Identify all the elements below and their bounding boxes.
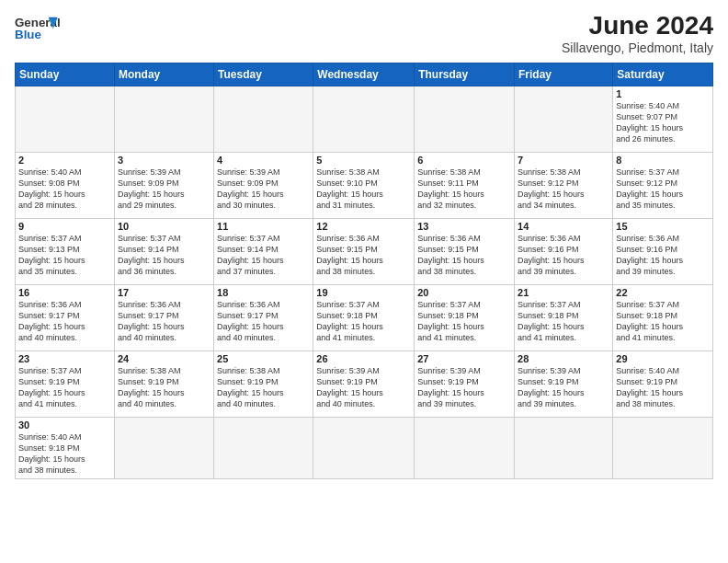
- calendar-cell: 29Sunrise: 5:40 AM Sunset: 9:19 PM Dayli…: [613, 351, 713, 418]
- calendar-cell: [313, 418, 415, 479]
- day-number: 7: [518, 155, 609, 166]
- day-number: 12: [316, 221, 411, 232]
- day-info: Sunrise: 5:38 AM Sunset: 9:10 PM Dayligh…: [316, 167, 411, 212]
- day-number: 30: [18, 419, 111, 431]
- location-subtitle: Sillavengo, Piedmont, Italy: [562, 40, 713, 55]
- weekday-header-saturday: Saturday: [613, 63, 713, 86]
- calendar-cell: [16, 86, 115, 153]
- day-info: Sunrise: 5:38 AM Sunset: 9:12 PM Dayligh…: [518, 167, 609, 212]
- calendar-cell: 22Sunrise: 5:37 AM Sunset: 9:18 PM Dayli…: [613, 285, 713, 351]
- calendar-cell: 16Sunrise: 5:36 AM Sunset: 9:17 PM Dayli…: [16, 285, 115, 351]
- day-number: 8: [616, 155, 710, 166]
- calendar-cell: 17Sunrise: 5:36 AM Sunset: 9:17 PM Dayli…: [114, 285, 213, 351]
- calendar-cell: 11Sunrise: 5:37 AM Sunset: 9:14 PM Dayli…: [214, 219, 313, 285]
- day-info: Sunrise: 5:39 AM Sunset: 9:09 PM Dayligh…: [217, 167, 310, 212]
- week-row-4: 16Sunrise: 5:36 AM Sunset: 9:17 PM Dayli…: [16, 285, 713, 351]
- day-info: Sunrise: 5:36 AM Sunset: 9:17 PM Dayligh…: [18, 299, 111, 344]
- calendar-cell: 5Sunrise: 5:38 AM Sunset: 9:10 PM Daylig…: [313, 153, 415, 219]
- logo-icon: General Blue: [15, 11, 61, 48]
- day-number: 23: [18, 353, 111, 364]
- calendar-cell: 12Sunrise: 5:36 AM Sunset: 9:15 PM Dayli…: [313, 219, 415, 285]
- day-info: Sunrise: 5:37 AM Sunset: 9:18 PM Dayligh…: [417, 299, 511, 344]
- day-info: Sunrise: 5:37 AM Sunset: 9:18 PM Dayligh…: [616, 299, 710, 344]
- calendar-page: General Blue June 2024 Sillavengo, Piedm…: [0, 0, 728, 487]
- day-number: 20: [417, 287, 511, 298]
- calendar-cell: 19Sunrise: 5:37 AM Sunset: 9:18 PM Dayli…: [313, 285, 415, 351]
- day-info: Sunrise: 5:36 AM Sunset: 9:16 PM Dayligh…: [518, 233, 609, 278]
- day-info: Sunrise: 5:37 AM Sunset: 9:18 PM Dayligh…: [316, 299, 411, 344]
- calendar-cell: [313, 86, 415, 153]
- calendar-cell: 2Sunrise: 5:40 AM Sunset: 9:08 PM Daylig…: [16, 153, 115, 219]
- day-info: Sunrise: 5:40 AM Sunset: 9:07 PM Dayligh…: [616, 100, 710, 145]
- day-number: 14: [518, 221, 609, 232]
- day-info: Sunrise: 5:39 AM Sunset: 9:19 PM Dayligh…: [417, 365, 511, 410]
- calendar-cell: 20Sunrise: 5:37 AM Sunset: 9:18 PM Dayli…: [415, 285, 515, 351]
- calendar-cell: 21Sunrise: 5:37 AM Sunset: 9:18 PM Dayli…: [515, 285, 613, 351]
- calendar-cell: 24Sunrise: 5:38 AM Sunset: 9:19 PM Dayli…: [114, 351, 213, 418]
- day-number: 1: [616, 88, 710, 99]
- day-number: 16: [18, 287, 111, 298]
- weekday-header-row: SundayMondayTuesdayWednesdayThursdayFrid…: [16, 63, 713, 86]
- day-info: Sunrise: 5:38 AM Sunset: 9:19 PM Dayligh…: [118, 365, 210, 410]
- week-row-2: 2Sunrise: 5:40 AM Sunset: 9:08 PM Daylig…: [16, 153, 713, 219]
- day-info: Sunrise: 5:37 AM Sunset: 9:18 PM Dayligh…: [518, 299, 609, 344]
- weekday-header-sunday: Sunday: [16, 63, 115, 86]
- day-info: Sunrise: 5:40 AM Sunset: 9:19 PM Dayligh…: [616, 365, 710, 410]
- day-number: 18: [217, 287, 310, 298]
- calendar-cell: 8Sunrise: 5:37 AM Sunset: 9:12 PM Daylig…: [613, 153, 713, 219]
- day-info: Sunrise: 5:40 AM Sunset: 9:08 PM Dayligh…: [18, 167, 111, 212]
- day-info: Sunrise: 5:39 AM Sunset: 9:19 PM Dayligh…: [518, 365, 609, 410]
- title-block: June 2024 Sillavengo, Piedmont, Italy: [562, 11, 713, 55]
- weekday-header-wednesday: Wednesday: [313, 63, 415, 86]
- logo: General Blue: [15, 11, 61, 48]
- calendar-table: SundayMondayTuesdayWednesdayThursdayFrid…: [15, 63, 713, 479]
- calendar-cell: 14Sunrise: 5:36 AM Sunset: 9:16 PM Dayli…: [515, 219, 613, 285]
- calendar-cell: 10Sunrise: 5:37 AM Sunset: 9:14 PM Dayli…: [114, 219, 213, 285]
- week-row-3: 9Sunrise: 5:37 AM Sunset: 9:13 PM Daylig…: [16, 219, 713, 285]
- day-info: Sunrise: 5:39 AM Sunset: 9:19 PM Dayligh…: [316, 365, 411, 410]
- day-info: Sunrise: 5:37 AM Sunset: 9:12 PM Dayligh…: [616, 167, 710, 212]
- day-number: 22: [616, 287, 710, 298]
- weekday-header-thursday: Thursday: [415, 63, 515, 86]
- day-number: 15: [616, 221, 710, 232]
- calendar-cell: 30Sunrise: 5:40 AM Sunset: 9:18 PM Dayli…: [16, 418, 115, 479]
- day-info: Sunrise: 5:37 AM Sunset: 9:19 PM Dayligh…: [18, 365, 111, 410]
- calendar-cell: [214, 418, 313, 479]
- calendar-cell: [515, 418, 613, 479]
- calendar-cell: 13Sunrise: 5:36 AM Sunset: 9:15 PM Dayli…: [415, 219, 515, 285]
- calendar-cell: [114, 86, 213, 153]
- calendar-cell: 4Sunrise: 5:39 AM Sunset: 9:09 PM Daylig…: [214, 153, 313, 219]
- day-info: Sunrise: 5:38 AM Sunset: 9:11 PM Dayligh…: [417, 167, 511, 212]
- day-info: Sunrise: 5:36 AM Sunset: 9:15 PM Dayligh…: [417, 233, 511, 278]
- day-number: 26: [316, 353, 411, 364]
- calendar-cell: [515, 86, 613, 153]
- day-info: Sunrise: 5:37 AM Sunset: 9:14 PM Dayligh…: [118, 233, 210, 278]
- day-info: Sunrise: 5:38 AM Sunset: 9:19 PM Dayligh…: [217, 365, 310, 410]
- day-number: 27: [417, 353, 511, 364]
- calendar-cell: 6Sunrise: 5:38 AM Sunset: 9:11 PM Daylig…: [415, 153, 515, 219]
- calendar-cell: [415, 86, 515, 153]
- day-number: 9: [18, 221, 111, 232]
- day-number: 3: [118, 155, 210, 166]
- calendar-cell: 28Sunrise: 5:39 AM Sunset: 9:19 PM Dayli…: [515, 351, 613, 418]
- weekday-header-monday: Monday: [114, 63, 213, 86]
- day-info: Sunrise: 5:39 AM Sunset: 9:09 PM Dayligh…: [118, 167, 210, 212]
- day-number: 21: [518, 287, 609, 298]
- day-info: Sunrise: 5:36 AM Sunset: 9:16 PM Dayligh…: [616, 233, 710, 278]
- calendar-cell: 26Sunrise: 5:39 AM Sunset: 9:19 PM Dayli…: [313, 351, 415, 418]
- calendar-cell: 27Sunrise: 5:39 AM Sunset: 9:19 PM Dayli…: [415, 351, 515, 418]
- day-number: 25: [217, 353, 310, 364]
- day-number: 19: [316, 287, 411, 298]
- calendar-cell: 18Sunrise: 5:36 AM Sunset: 9:17 PM Dayli…: [214, 285, 313, 351]
- week-row-1: 1Sunrise: 5:40 AM Sunset: 9:07 PM Daylig…: [16, 86, 713, 153]
- calendar-cell: [214, 86, 313, 153]
- day-number: 13: [417, 221, 511, 232]
- calendar-cell: 23Sunrise: 5:37 AM Sunset: 9:19 PM Dayli…: [16, 351, 115, 418]
- calendar-cell: 25Sunrise: 5:38 AM Sunset: 9:19 PM Dayli…: [214, 351, 313, 418]
- calendar-cell: 9Sunrise: 5:37 AM Sunset: 9:13 PM Daylig…: [16, 219, 115, 285]
- calendar-cell: [613, 418, 713, 479]
- header: General Blue June 2024 Sillavengo, Piedm…: [15, 11, 713, 55]
- day-number: 5: [316, 155, 411, 166]
- day-info: Sunrise: 5:37 AM Sunset: 9:14 PM Dayligh…: [217, 233, 310, 278]
- day-number: 29: [616, 353, 710, 364]
